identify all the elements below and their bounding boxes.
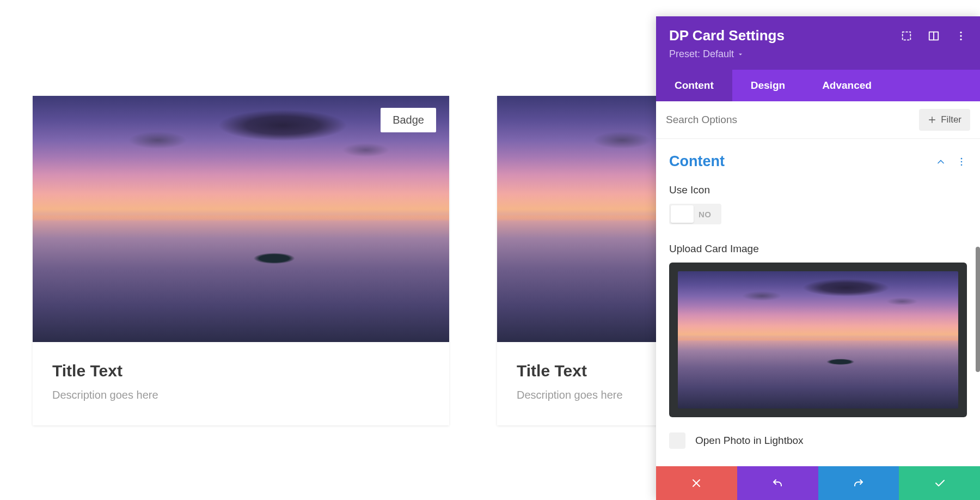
panel-body: Content Use Icon NO Upload Card Image Op… bbox=[656, 139, 980, 466]
upload-image-preview[interactable] bbox=[669, 263, 967, 417]
columns-icon[interactable] bbox=[928, 30, 940, 42]
svg-point-4 bbox=[960, 35, 961, 36]
panel-header: DP Card Settings Preset: Default bbox=[656, 16, 980, 70]
filter-label: Filter bbox=[941, 114, 961, 125]
tab-design[interactable]: Design bbox=[732, 70, 804, 101]
settings-panel: DP Card Settings Preset: Default Content… bbox=[656, 16, 980, 500]
search-row: Filter bbox=[656, 101, 980, 139]
preview-card-1: Badge Title Text Description goes here bbox=[33, 96, 449, 425]
section-more-icon[interactable] bbox=[956, 156, 967, 167]
svg-rect-0 bbox=[903, 32, 911, 40]
filter-button[interactable]: Filter bbox=[919, 109, 970, 131]
collapse-icon[interactable] bbox=[935, 156, 946, 167]
scrollbar-thumb[interactable] bbox=[976, 247, 980, 372]
caret-down-icon bbox=[737, 51, 744, 58]
more-icon[interactable] bbox=[955, 30, 967, 42]
card-badge: Badge bbox=[381, 108, 436, 132]
use-icon-label: Use Icon bbox=[669, 184, 967, 196]
card-image: Badge bbox=[33, 96, 449, 342]
redo-icon bbox=[852, 477, 865, 490]
svg-point-3 bbox=[960, 31, 961, 33]
tab-content[interactable]: Content bbox=[656, 70, 732, 101]
search-input[interactable] bbox=[666, 114, 912, 126]
card-description: Description goes here bbox=[52, 389, 430, 401]
panel-title: DP Card Settings bbox=[669, 27, 785, 44]
preset-label: Preset: Default bbox=[669, 48, 734, 60]
lightbox-label: Open Photo in Lightbox bbox=[695, 435, 804, 447]
panel-footer bbox=[656, 466, 980, 500]
undo-button[interactable] bbox=[737, 466, 818, 500]
upload-thumbnail bbox=[678, 271, 958, 408]
redo-button[interactable] bbox=[818, 466, 899, 500]
card-title: Title Text bbox=[52, 362, 430, 380]
cancel-button[interactable] bbox=[656, 466, 737, 500]
confirm-button[interactable] bbox=[899, 466, 980, 500]
toggle-knob bbox=[671, 205, 694, 223]
upload-image-label: Upload Card Image bbox=[669, 243, 967, 255]
svg-point-5 bbox=[960, 38, 961, 40]
toggle-value: NO bbox=[699, 210, 712, 219]
undo-icon bbox=[771, 477, 784, 490]
svg-point-8 bbox=[961, 157, 963, 159]
svg-point-10 bbox=[961, 164, 963, 166]
tab-advanced[interactable]: Advanced bbox=[804, 70, 890, 101]
panel-tabs: Content Design Advanced bbox=[656, 70, 980, 101]
svg-point-9 bbox=[961, 161, 963, 162]
plus-icon bbox=[928, 115, 936, 124]
section-heading-content[interactable]: Content bbox=[669, 153, 725, 170]
lightbox-checkbox[interactable] bbox=[669, 432, 685, 449]
check-icon bbox=[933, 477, 946, 490]
preset-selector[interactable]: Preset: Default bbox=[669, 48, 967, 60]
close-icon bbox=[690, 477, 703, 490]
use-icon-toggle[interactable]: NO bbox=[669, 204, 721, 224]
expand-icon[interactable] bbox=[901, 30, 912, 42]
